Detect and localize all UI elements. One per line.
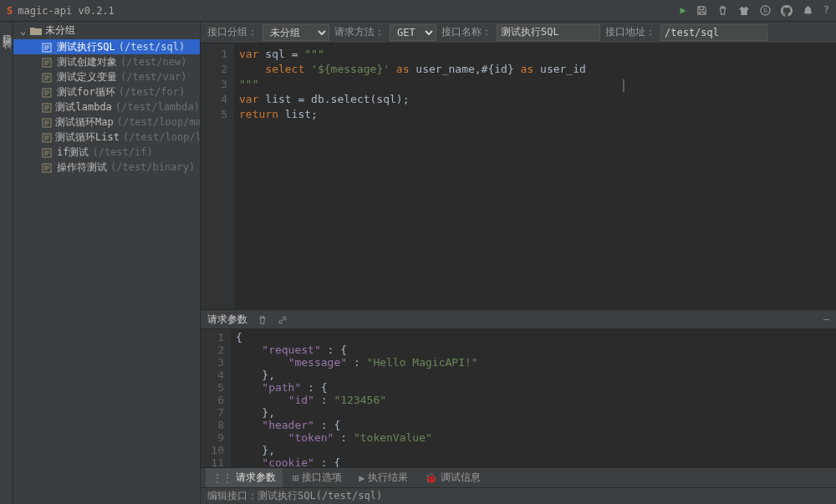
tree-item[interactable]: 测试创建对象(/test/new): [13, 54, 200, 69]
tree-item-path: (/test/binary): [110, 161, 195, 173]
titlebar-actions: ▶ G ?: [681, 4, 829, 17]
bug-icon: 🐞: [425, 472, 437, 484]
params-editor[interactable]: 123456789101112 { "request" : { "message…: [201, 329, 836, 467]
tree-item[interactable]: 测试for循环(/test/for): [13, 84, 200, 99]
tree-item[interactable]: if测试(/test/if): [13, 145, 200, 160]
tree-item[interactable]: 测试定义变量(/test/var): [13, 69, 200, 84]
method-select[interactable]: GET: [390, 24, 436, 41]
file-icon: [42, 131, 52, 143]
grid-icon: ⊞: [293, 472, 298, 484]
tab-request-params[interactable]: ⋮⋮请求参数: [206, 468, 283, 488]
tree-item[interactable]: 测试lambda(/test/lambda): [13, 99, 200, 115]
params-header: 请求参数 —: [201, 309, 836, 329]
code-editor[interactable]: 12345 var sql = """ select '${message}' …: [201, 43, 836, 309]
name-label: 接口名称：: [441, 25, 492, 39]
tree-item-path: (/test/loop/list): [123, 131, 201, 143]
file-icon: [42, 86, 54, 98]
method-label: 请求方法：: [334, 25, 385, 39]
run-icon[interactable]: ▶: [681, 4, 686, 17]
tree-item-label: 测试创建对象: [57, 55, 117, 69]
trash-icon[interactable]: [717, 4, 728, 17]
tree-item[interactable]: 测试循环List(/test/loop/list): [13, 130, 200, 145]
sidebar: ⌄ 未分组 测试执行SQL(/test/sql)测试创建对象(/test/new…: [13, 22, 201, 504]
group-select[interactable]: 未分组: [263, 24, 329, 41]
minimize-icon[interactable]: —: [823, 313, 829, 325]
trash-icon[interactable]: [257, 313, 268, 325]
editor-content[interactable]: var sql = """ select '${message}' as use…: [234, 43, 836, 309]
titlebar: S magic-api v0.2.1 ▶ G ?: [0, 0, 836, 22]
bottom-tabs: ⋮⋮请求参数 ⊞接口选项 ▶执行结果 🐞调试信息: [201, 467, 836, 487]
link-icon[interactable]: [278, 313, 288, 325]
tree-item-path: (/test/var): [120, 71, 186, 83]
params-icon: ⋮⋮: [212, 472, 232, 484]
tab-exec-result[interactable]: ▶执行结果: [352, 468, 415, 488]
status-text: 编辑接口：测试执行SQL(/test/sql): [207, 489, 382, 503]
save-icon[interactable]: [696, 4, 707, 17]
addr-label: 接口地址：: [605, 25, 655, 39]
tree-item-path: (/test/if): [92, 146, 152, 158]
tree-item-path: (/test/for): [119, 86, 185, 98]
tree-item-path: (/test/sql): [119, 41, 185, 53]
app-logo: S: [7, 5, 13, 17]
addr-input[interactable]: [660, 24, 767, 41]
svg-text:G: G: [763, 8, 767, 15]
text-cursor-icon: │: [620, 79, 627, 94]
file-icon: [42, 146, 54, 158]
tab-api-options[interactable]: ⊞接口选项: [286, 468, 349, 488]
tree-item[interactable]: 测试循环Map(/test/loop/map): [13, 115, 200, 130]
file-icon: [42, 116, 52, 128]
help-icon[interactable]: ?: [823, 4, 829, 17]
name-input[interactable]: [497, 24, 600, 41]
github-icon[interactable]: [781, 4, 793, 17]
tree-item-label: 测试执行SQL: [57, 40, 115, 54]
left-rail-tab[interactable]: 接口列表: [0, 22, 13, 504]
tree-item-label: 测试循环Map: [55, 115, 114, 130]
editor-gutter: 12345: [201, 43, 234, 309]
tree-item-label: 测试lambda: [55, 100, 111, 115]
file-icon: [42, 71, 54, 83]
editor-toolbar: 接口分组： 未分组 请求方法： GET 接口名称： 接口地址：: [201, 22, 836, 43]
tree-item[interactable]: 操作符测试(/test/binary): [13, 160, 200, 175]
shirt-icon[interactable]: [738, 4, 750, 17]
group-label: 接口分组：: [207, 25, 257, 39]
file-icon: [42, 161, 54, 173]
g-icon[interactable]: G: [760, 4, 771, 17]
app-title: magic-api v0.2.1: [18, 5, 115, 17]
tree-item-path: (/test/new): [120, 56, 186, 68]
tree-item-label: 测试循环List: [55, 130, 120, 145]
folder-icon: [30, 25, 42, 37]
tab-debug-info[interactable]: 🐞调试信息: [418, 468, 487, 488]
tree-item[interactable]: 测试执行SQL(/test/sql): [13, 39, 200, 54]
tree-item-label: 测试定义变量: [57, 70, 117, 84]
tree-item-label: if测试: [57, 145, 89, 160]
bell-icon[interactable]: [803, 4, 813, 17]
chevron-down-icon: ⌄: [20, 25, 30, 37]
params-title: 请求参数: [207, 313, 247, 327]
play-icon: ▶: [359, 472, 364, 484]
params-content[interactable]: { "request" : { "message" : "Hello Magic…: [231, 329, 836, 467]
tree-root[interactable]: ⌄ 未分组: [13, 22, 200, 39]
params-gutter: 123456789101112: [201, 329, 231, 467]
file-icon: [42, 56, 54, 68]
tree-item-path: (/test/lambda): [115, 101, 200, 113]
tree-root-label: 未分组: [45, 23, 75, 38]
tree-item-label: 测试for循环: [57, 85, 115, 99]
tree-item-label: 操作符测试: [57, 160, 107, 175]
tree-item-path: (/test/loop/map): [117, 116, 201, 128]
file-icon: [42, 101, 52, 113]
file-icon: [42, 41, 54, 53]
statusbar: 编辑接口：测试执行SQL(/test/sql): [201, 487, 836, 504]
